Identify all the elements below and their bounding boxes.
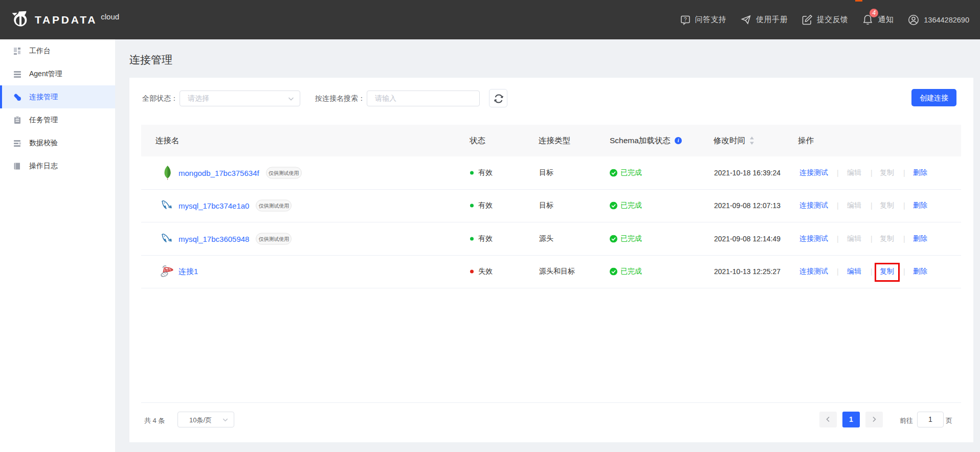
svg-text:?: ? <box>684 16 687 22</box>
svg-text:i: i <box>678 138 679 143</box>
